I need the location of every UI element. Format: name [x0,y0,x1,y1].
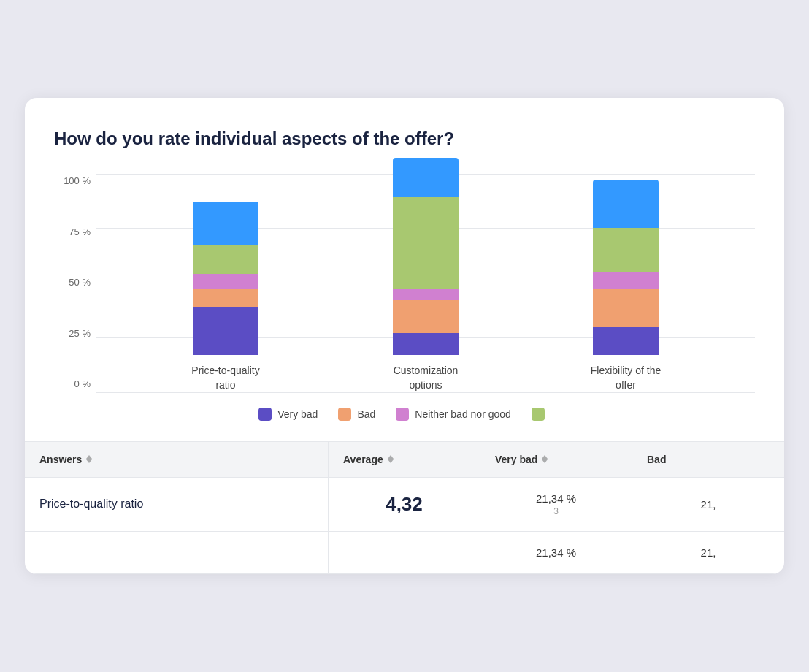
bar-flex-bad [593,289,659,327]
legend-dot-neither [396,408,409,421]
sort-down-answers [86,459,92,463]
verybad-pct-2: 21,34 % [536,546,576,559]
bar-label-price: Price-to-qualityratio [191,364,259,392]
legend-item-good [532,408,551,421]
y-label-100: 100 % [54,174,91,188]
bar-flex-good [593,228,659,272]
td-answer-2 [25,532,329,573]
bar-label-custom: Customizationoptions [394,364,459,392]
sort-icon-verybad[interactable] [542,455,548,463]
legend-item-bad: Bad [338,408,375,421]
avg-value-1: 4,32 [386,493,423,516]
bar-price-good [193,245,258,274]
bar-group-custom: Customizationoptions [382,136,469,392]
legend-dot-bad [338,408,351,421]
bar-flex [593,136,659,355]
table-row-1: Price-to-quality ratio 4,32 21,34 % 3 21… [25,478,784,532]
td-avg-2 [329,532,480,573]
td-bad-1: 21, [632,478,784,531]
bad-pct-1: 21, [701,498,716,511]
y-axis: 0 % 25 % 50 % 75 % 100 % [54,174,91,393]
bar-price-verybad [193,307,258,355]
td-answer-1: Price-to-quality ratio [25,478,329,531]
legend-item-verybad: Very bad [258,408,318,421]
y-label-0: 0 % [54,377,91,392]
th-answers-label: Answers [39,454,82,465]
sort-icon-average[interactable] [388,455,394,463]
legend-label-bad: Bad [357,408,375,420]
th-bad[interactable]: Bad [632,442,784,477]
y-label-50: 50 % [54,275,91,290]
bar-custom [393,136,459,355]
sort-down-verybad [542,459,548,463]
legend-label-neither: Neither bad nor good [415,408,511,420]
verybad-pct-1: 21,34 % [536,492,576,505]
data-table: Answers Average Very bad [25,441,784,574]
th-verybad-label: Very bad [495,454,537,465]
bar-custom-verygood [393,158,459,197]
bar-group-price: Price-to-qualityratio [182,136,269,392]
verybad-count-1: 3 [553,506,559,516]
bar-custom-bad [393,300,459,333]
bar-price-bad [193,289,258,307]
bar-flex-neither [593,272,659,289]
bar-price-verygood [193,202,258,245]
sort-up-answers [86,455,92,459]
th-answers[interactable]: Answers [25,442,329,477]
chart-area: 0 % 25 % 50 % 75 % 100 % [54,174,755,393]
answer-text-1: Price-to-quality ratio [39,497,313,511]
td-verybad-2: 21,34 % [480,532,632,573]
main-card: How do you rate individual aspects of th… [25,98,784,573]
th-bad-label: Bad [647,454,666,465]
y-label-75: 75 % [54,224,91,239]
bar-custom-neither [393,289,459,300]
bars-container: Price-to-qualityratio Customizationoptio… [96,174,755,393]
sort-up-verybad [542,455,548,459]
sort-icon-answers[interactable] [86,455,92,463]
legend-dot-verybad [258,408,272,421]
td-verybad-1: 21,34 % 3 [480,478,632,531]
sort-down-average [388,459,394,463]
bars-row: Price-to-qualityratio Customizationoptio… [96,174,755,393]
bar-price-neither [193,274,258,289]
legend-item-neither: Neither bad nor good [396,408,511,421]
legend-dot-good [532,408,545,421]
legend-label-verybad: Very bad [277,408,318,420]
bar-flex-verybad [593,327,659,355]
bar-flex-verygood [593,180,659,228]
th-average-label: Average [343,454,383,465]
td-avg-1: 4,32 [329,478,480,531]
y-label-25: 25 % [54,326,91,340]
bar-custom-good [393,197,459,289]
bad-pct-2: 21, [701,546,716,559]
td-bad-2: 21, [632,532,784,573]
table-header: Answers Average Very bad [25,442,784,478]
bar-custom-verybad [393,333,459,355]
sort-up-average [388,455,394,459]
th-verybad[interactable]: Very bad [480,442,632,477]
th-average[interactable]: Average [329,442,480,477]
bar-label-flex: Flexibility of theoffer [591,364,661,392]
bar-price [193,136,258,355]
table-row-2: 21,34 % 21, [25,532,784,574]
chart-legend: Very bad Bad Neither bad nor good [54,408,755,421]
bar-group-flex: Flexibility of theoffer [582,136,670,392]
